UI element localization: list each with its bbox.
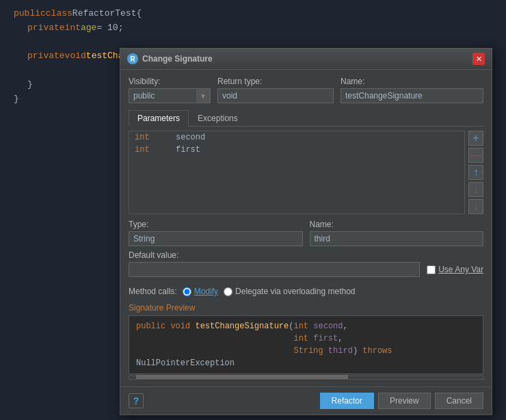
param-name-group: Name: xyxy=(310,220,484,246)
dialog-title-text: Change Signature xyxy=(142,54,213,64)
signature-preview-label: Signature Preview xyxy=(129,303,483,313)
params-area: int second int first + — ↑ ↓ ↓ xyxy=(129,131,483,214)
close-button[interactable]: ✕ xyxy=(472,53,485,65)
type-name-row: Type: Name: xyxy=(129,220,483,246)
footer-buttons: Refactor Preview Cancel xyxy=(320,393,483,409)
move-up-button[interactable]: ↑ xyxy=(468,165,483,180)
visibility-group: Visibility: public protected private pac… xyxy=(129,77,211,103)
visibility-select[interactable]: public protected private package xyxy=(129,89,196,103)
use-any-var-checkbox[interactable] xyxy=(427,265,436,274)
refactor-button[interactable]: Refactor xyxy=(320,393,374,409)
visibility-select-wrapper[interactable]: public protected private package ▼ xyxy=(129,88,211,103)
dialog-icon: R xyxy=(127,53,138,64)
sig-line-3: public void testChangeSignature(String t… xyxy=(136,345,476,369)
method-name-input[interactable] xyxy=(341,88,483,103)
params-table: int second int first xyxy=(129,131,465,214)
method-name-label: Name: xyxy=(341,77,483,86)
help-button[interactable]: ? xyxy=(129,393,144,408)
delegate-label: Delegate via overloading method xyxy=(235,287,355,296)
signature-preview-code: public void testChangeSignature(int seco… xyxy=(129,315,483,374)
change-signature-dialog: R Change Signature ✕ Visibility: public … xyxy=(120,48,492,415)
param-type-group: Type: xyxy=(129,220,303,246)
return-type-input[interactable] xyxy=(217,88,334,103)
dialog-titlebar: R Change Signature ✕ xyxy=(120,49,492,70)
delegate-radio-label[interactable]: Delegate via overloading method xyxy=(224,287,355,296)
return-type-group: Return type: xyxy=(217,77,334,103)
tab-exceptions[interactable]: Exceptions xyxy=(189,110,247,126)
method-calls-label: Method calls: xyxy=(129,287,177,296)
delegate-radio[interactable] xyxy=(224,287,232,296)
add-param-button[interactable]: + xyxy=(468,131,483,146)
visibility-label: Visibility: xyxy=(129,77,211,86)
use-any-var-text: Use Any Var xyxy=(438,265,483,274)
method-name-group: Name: xyxy=(341,77,483,103)
code-line: public class RefactorTest { xyxy=(14,7,492,21)
tab-parameters[interactable]: Parameters xyxy=(129,110,189,127)
return-type-label: Return type: xyxy=(217,77,334,86)
param-name-label: Name: xyxy=(310,220,484,229)
method-calls-row: Method calls: Modify Delegate via overlo… xyxy=(129,287,483,296)
sig-line-2: public void testChangeSignature(int firs… xyxy=(136,332,476,345)
use-any-var-checkbox-label[interactable]: Use Any Var xyxy=(427,265,483,274)
dialog-title: R Change Signature xyxy=(127,53,213,64)
dropdown-arrow-icon: ▼ xyxy=(196,89,210,103)
params-action-buttons: + — ↑ ↓ ↓ xyxy=(468,131,483,214)
form-top-row: Visibility: public protected private pac… xyxy=(129,77,483,103)
dialog-content: Visibility: public protected private pac… xyxy=(120,70,492,386)
param-type-input[interactable] xyxy=(129,231,303,246)
default-value-label: Default value: xyxy=(129,250,178,260)
scrollbar-thumb xyxy=(136,375,348,379)
default-input-row: Use Any Var xyxy=(129,262,483,277)
dialog-footer: ? Refactor Preview Cancel xyxy=(120,386,492,415)
move-down-alt-button[interactable]: ↓ xyxy=(468,199,483,214)
tabs-row: Parameters Exceptions xyxy=(129,110,483,127)
default-value-input[interactable] xyxy=(129,262,420,277)
signature-preview-section: Signature Preview public void testChange… xyxy=(129,303,483,380)
code-line: private int age = 10; xyxy=(14,21,492,36)
param-type-label: Type: xyxy=(129,220,303,229)
param-name-input[interactable] xyxy=(310,231,484,246)
param-row-second[interactable]: int second xyxy=(129,131,464,144)
param-row-first[interactable]: int first xyxy=(129,144,464,156)
sig-line-1: public void testChangeSignature(int seco… xyxy=(136,320,476,332)
preview-button[interactable]: Preview xyxy=(378,393,431,409)
modify-radio[interactable] xyxy=(183,287,191,296)
default-value-row: Default value: Use Any Var xyxy=(129,250,483,277)
modify-label: Modify xyxy=(194,287,218,296)
cancel-button[interactable]: Cancel xyxy=(435,393,483,409)
remove-param-button[interactable]: — xyxy=(468,148,483,163)
signature-scrollbar[interactable] xyxy=(129,376,483,380)
modify-radio-label[interactable]: Modify xyxy=(183,287,218,296)
move-down-button[interactable]: ↓ xyxy=(468,182,483,197)
